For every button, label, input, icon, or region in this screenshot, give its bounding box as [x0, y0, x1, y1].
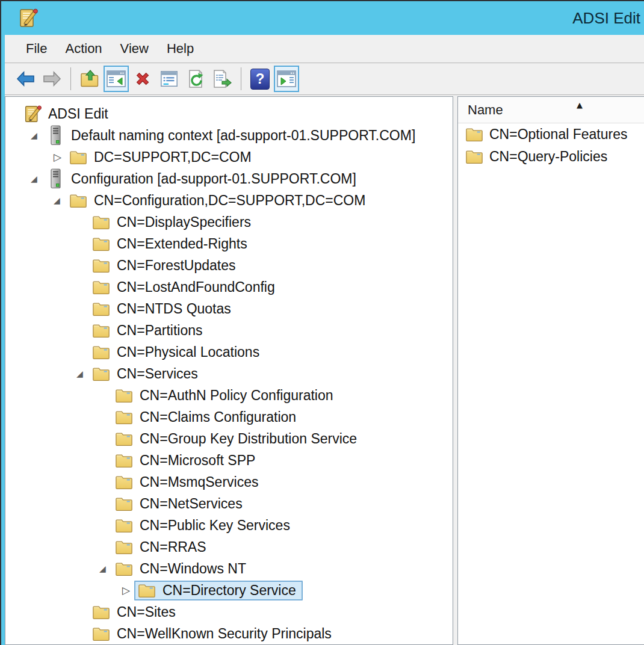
tree-item[interactable]: CN=Claims Configuration — [5, 406, 453, 428]
tree-item-label: CN=NetServices — [140, 496, 243, 512]
tree-item-label: CN=NTDS Quotas — [117, 301, 231, 317]
list-item[interactable]: CN=Optional Features — [458, 123, 644, 146]
menu-item[interactable]: File — [17, 37, 56, 61]
sort-ascending-icon: ▲ — [577, 100, 583, 110]
server-icon — [49, 125, 62, 146]
folder-icon — [92, 626, 110, 642]
menu-item[interactable]: View — [111, 37, 158, 61]
tree-item[interactable]: CN=Public Key Services — [5, 514, 453, 536]
console-content: ADSI Edit — [5, 96, 644, 645]
console-tree-pane[interactable]: ADSI Edit — [5, 96, 453, 645]
results-pane[interactable]: Name ▲ CN=Optional Features — [457, 96, 644, 645]
refresh-button[interactable] — [183, 66, 208, 92]
tree-item[interactable]: CN=Microsoft SPP — [5, 449, 453, 471]
tree-item-label: Default naming context [ad-support-01.SU… — [71, 128, 415, 144]
refresh-icon — [186, 69, 205, 88]
folder-icon — [465, 149, 483, 165]
tree-item-label: CN=Public Key Services — [140, 517, 290, 534]
tree-item[interactable]: CN=Services — [5, 363, 453, 384]
up-one-level-folder-icon — [80, 69, 99, 88]
action-pane-toggle-icon — [276, 70, 297, 88]
tree-item-label: CN=ForestUpdates — [117, 258, 236, 274]
list-item-label: CN=Optional Features — [489, 126, 627, 143]
tree-item[interactable]: CN=AuthN Policy Configuration — [5, 384, 453, 406]
tree-item-label: DC=SUPPORT,DC=COM — [94, 149, 252, 165]
tree-item-label: CN=Services — [117, 366, 198, 382]
folder-icon — [115, 452, 133, 469]
tree-item[interactable]: CN=DisplaySpecifiers — [5, 211, 453, 233]
tree-item[interactable]: ADSI Edit — [5, 103, 453, 125]
server-icon — [49, 168, 62, 189]
folder-icon — [115, 496, 133, 512]
title-bar[interactable]: ADSI Edit — [1, 1, 644, 35]
forward-button[interactable] — [39, 66, 64, 92]
properties-icon — [159, 70, 179, 88]
back-button[interactable] — [13, 66, 38, 92]
folder-icon — [92, 604, 110, 620]
folder-icon — [92, 258, 110, 274]
folder-icon — [465, 126, 483, 143]
toolbar: ? — [5, 63, 644, 95]
tree-item[interactable]: CN=Sites — [5, 601, 453, 623]
tree-item-label: CN=Claims Configuration — [140, 409, 296, 425]
folder-icon — [92, 214, 110, 230]
tree-item[interactable]: CN=Extended-Rights — [5, 233, 453, 255]
folder-icon — [115, 387, 133, 404]
show-hide-action-pane-button[interactable] — [274, 66, 299, 92]
tree-item[interactable]: CN=NTDS Quotas — [5, 298, 453, 319]
adsi-edit-window: ADSI Edit FileActionViewHelp — [0, 0, 644, 645]
list-item[interactable]: CN=Query-Policies — [458, 146, 644, 168]
name-column-label: Name — [468, 102, 503, 118]
folder-icon — [92, 344, 110, 360]
results-list: CN=Optional Features CN=Query-Policies — [458, 123, 644, 168]
folder-icon — [115, 409, 133, 425]
tree-item-label: ADSI Edit — [48, 106, 108, 122]
tree-item[interactable]: CN=NetServices — [5, 493, 453, 514]
back-arrow-icon — [16, 70, 36, 88]
folder-icon — [69, 149, 87, 165]
tree-item-label: Configuration [ad-support-01.SUPPORT.COM… — [71, 171, 356, 187]
tree-item[interactable]: CN=Configuration,DC=SUPPORT,DC=COM — [5, 190, 453, 211]
tree-item[interactable]: Configuration [ad-support-01.SUPPORT.COM… — [5, 168, 453, 190]
tree-item-label: CN=DisplaySpecifiers — [117, 214, 251, 230]
delete-button[interactable] — [130, 66, 155, 92]
tree-item-label: CN=Sites — [117, 604, 176, 620]
tree-item-label: CN=AuthN Policy Configuration — [140, 387, 333, 404]
tree-item[interactable]: CN=Physical Locations — [5, 341, 453, 363]
name-column-header[interactable]: Name ▲ — [458, 97, 644, 123]
tree-item-label: CN=Directory Service — [163, 582, 296, 599]
up-one-level-button[interactable] — [77, 66, 102, 92]
tree-item[interactable]: CN=RRAS — [5, 536, 453, 558]
tree-item-label: CN=WellKnown Security Principals — [117, 626, 332, 642]
menu-bar: FileActionViewHelp — [5, 35, 644, 63]
properties-button[interactable] — [156, 66, 182, 92]
tree-item[interactable]: CN=MsmqServices — [5, 471, 453, 493]
list-item-label: CN=Query-Policies — [489, 149, 607, 165]
tree-item[interactable]: Default naming context [ad-support-01.SU… — [5, 125, 453, 146]
help-button[interactable]: ? — [247, 66, 273, 92]
toolbar-separator — [70, 67, 71, 90]
folder-icon — [115, 561, 133, 577]
show-hide-console-tree-button[interactable] — [104, 66, 129, 92]
folder-icon — [92, 366, 110, 382]
tree-item[interactable]: CN=Directory Service — [5, 579, 453, 601]
toolbar-separator — [241, 67, 241, 90]
folder-icon — [115, 474, 133, 490]
tree-item-label: CN=RRAS — [140, 539, 206, 555]
tree-item[interactable]: CN=ForestUpdates — [5, 255, 453, 276]
folder-icon — [92, 236, 110, 252]
tree-item-label: CN=Physical Locations — [117, 344, 259, 360]
menu-item[interactable]: Help — [158, 37, 203, 61]
tree-item[interactable]: CN=Windows NT — [5, 558, 453, 579]
console-tree-toggle-icon — [106, 70, 126, 88]
export-list-button[interactable] — [209, 66, 235, 92]
tree-item[interactable]: CN=Partitions — [5, 319, 453, 341]
tree-item[interactable]: CN=WellKnown Security Principals — [5, 623, 453, 644]
menu-item[interactable]: Action — [56, 37, 111, 61]
adsi-edit-root-icon — [23, 105, 42, 123]
folder-icon — [138, 582, 156, 599]
folder-icon — [115, 539, 133, 555]
tree-item[interactable]: DC=SUPPORT,DC=COM — [5, 146, 453, 168]
tree-item[interactable]: CN=LostAndFoundConfig — [5, 276, 453, 298]
tree-item[interactable]: CN=Group Key Distribution Service — [5, 428, 453, 449]
